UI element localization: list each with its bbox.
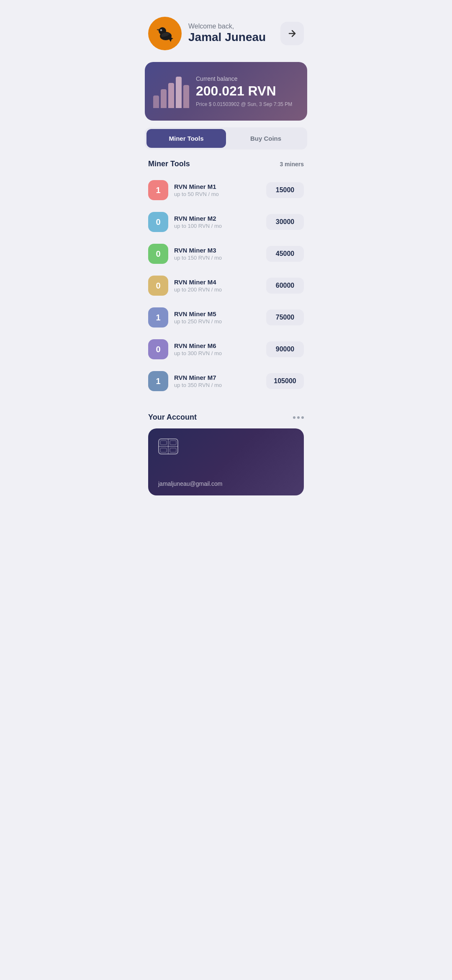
miner-price: 45000	[266, 246, 304, 262]
chart-bar	[168, 83, 174, 108]
miner-info: RVN Miner M4 up to 200 RVN / mo	[174, 279, 260, 293]
miner-item[interactable]: 1 RVN Miner M7 up to 350 RVN / mo 105000	[145, 366, 307, 396]
miner-description: up to 50 RVN / mo	[174, 191, 260, 197]
welcome-label: Welcome back,	[188, 23, 274, 30]
miner-item[interactable]: 1 RVN Miner M1 up to 50 RVN / mo 15000	[145, 175, 307, 205]
username: Jamal Juneau	[188, 30, 274, 44]
balance-amount: 200.021 RVN	[196, 84, 297, 98]
miner-name: RVN Miner M6	[174, 342, 260, 349]
tab-miner-tools[interactable]: Miner Tools	[146, 129, 226, 148]
arrow-right-icon	[287, 28, 297, 39]
miner-item[interactable]: 0 RVN Miner M2 up to 100 RVN / mo 30000	[145, 207, 307, 237]
dot-2	[297, 416, 300, 419]
avatar	[148, 17, 182, 50]
svg-rect-11	[170, 441, 176, 445]
miner-info: RVN Miner M1 up to 50 RVN / mo	[174, 183, 260, 197]
balance-label: Current balance	[196, 75, 297, 82]
miner-price: 75000	[266, 309, 304, 325]
miner-badge: 0	[148, 244, 168, 264]
miner-badge: 1	[148, 307, 168, 328]
svg-rect-10	[160, 441, 167, 445]
balance-card: Current balance 200.021 RVN Price $ 0.01…	[145, 62, 307, 121]
svg-rect-13	[170, 448, 176, 452]
miner-info: RVN Miner M2 up to 100 RVN / mo	[174, 215, 260, 229]
chart-bar	[161, 89, 167, 108]
miner-name: RVN Miner M2	[174, 215, 260, 222]
dot-3	[301, 416, 304, 419]
header: Welcome back, Jamal Juneau	[138, 0, 314, 59]
miner-info: RVN Miner M5 up to 250 RVN / mo	[174, 310, 260, 325]
account-title: Your Account	[148, 413, 197, 422]
miner-price: 105000	[266, 373, 304, 389]
miner-description: up to 200 RVN / mo	[174, 286, 260, 293]
miner-name: RVN Miner M1	[174, 183, 260, 190]
tab-buy-coins[interactable]: Buy Coins	[226, 129, 306, 148]
balance-info: Current balance 200.021 RVN Price $ 0.01…	[196, 75, 297, 107]
miner-description: up to 100 RVN / mo	[174, 223, 260, 229]
miner-item[interactable]: 0 RVN Miner M4 up to 200 RVN / mo 60000	[145, 271, 307, 301]
miner-name: RVN Miner M7	[174, 374, 260, 381]
miners-count: 3 miners	[280, 161, 304, 168]
chart-bar	[183, 85, 189, 108]
miner-description: up to 350 RVN / mo	[174, 382, 260, 388]
tabs-container: Miner Tools Buy Coins	[145, 127, 307, 150]
miner-badge: 1	[148, 180, 168, 200]
avatar-icon	[152, 21, 177, 46]
miner-info: RVN Miner M6 up to 300 RVN / mo	[174, 342, 260, 356]
miner-badge: 0	[148, 339, 168, 359]
miner-name: RVN Miner M5	[174, 310, 260, 317]
miner-info: RVN Miner M3 up to 150 RVN / mo	[174, 247, 260, 261]
miner-info: RVN Miner M7 up to 350 RVN / mo	[174, 374, 260, 388]
chart-bar	[153, 95, 159, 108]
miner-item[interactable]: 0 RVN Miner M3 up to 150 RVN / mo 45000	[145, 239, 307, 269]
section-header: Miner Tools 3 miners	[138, 156, 314, 175]
miner-name: RVN Miner M3	[174, 247, 260, 254]
miner-item[interactable]: 1 RVN Miner M5 up to 250 RVN / mo 75000	[145, 302, 307, 333]
dots-menu-button[interactable]	[293, 416, 304, 419]
svg-rect-12	[160, 448, 167, 452]
chart-visual	[153, 75, 189, 108]
account-section: Your Account jamaljuneau@gmail.com	[138, 405, 314, 495]
miner-price: 15000	[266, 182, 304, 198]
miner-name: RVN Miner M4	[174, 279, 260, 286]
miner-price: 90000	[266, 341, 304, 357]
dot-1	[293, 416, 295, 419]
miner-list: 1 RVN Miner M1 up to 50 RVN / mo 15000 0…	[138, 175, 314, 396]
miner-badge: 1	[148, 371, 168, 391]
page: Welcome back, Jamal Juneau Current balan…	[138, 0, 314, 980]
miner-price: 30000	[266, 214, 304, 230]
nav-arrow-button[interactable]	[280, 22, 304, 45]
account-card: jamaljuneau@gmail.com	[148, 428, 304, 495]
miner-description: up to 300 RVN / mo	[174, 350, 260, 356]
miner-description: up to 250 RVN / mo	[174, 318, 260, 325]
card-icon	[158, 438, 178, 455]
card-email: jamaljuneau@gmail.com	[158, 480, 223, 487]
balance-price: Price $ 0.01503902 @ Sun, 3 Sep 7:35 PM	[196, 101, 297, 107]
svg-point-5	[161, 30, 162, 31]
miner-badge: 0	[148, 276, 168, 296]
miner-description: up to 150 RVN / mo	[174, 255, 260, 261]
account-header: Your Account	[148, 413, 304, 422]
section-title: Miner Tools	[148, 160, 190, 168]
chart-bar	[176, 77, 182, 108]
miner-price: 60000	[266, 278, 304, 294]
miner-item[interactable]: 0 RVN Miner M6 up to 300 RVN / mo 90000	[145, 334, 307, 364]
miner-badge: 0	[148, 212, 168, 232]
header-text: Welcome back, Jamal Juneau	[188, 23, 274, 44]
